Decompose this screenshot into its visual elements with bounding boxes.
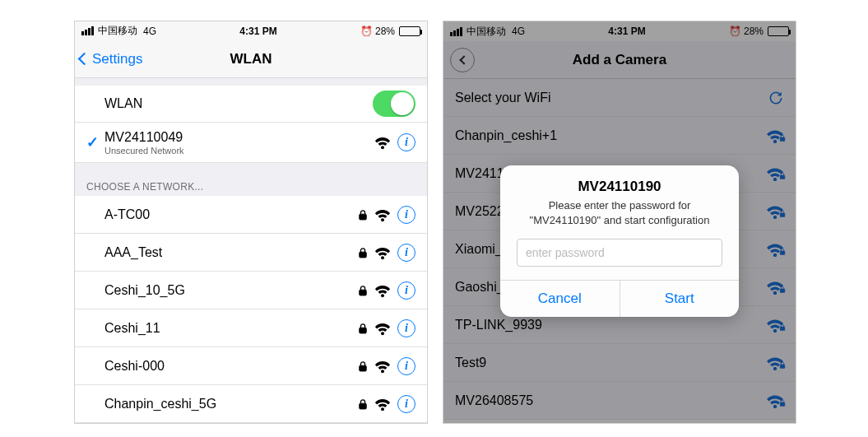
alarm-icon: ⏰: [360, 26, 373, 37]
info-icon[interactable]: i: [397, 319, 415, 337]
network-row[interactable]: AAA_Testi: [75, 234, 427, 272]
cancel-button[interactable]: Cancel: [500, 281, 620, 317]
lock-icon: [358, 360, 368, 372]
back-label: Settings: [92, 51, 142, 67]
lock-icon: [358, 209, 368, 221]
info-icon[interactable]: i: [397, 206, 415, 224]
modal-message: Please enter the password for "MV2411019…: [500, 198, 739, 239]
wifi-icon: [374, 245, 391, 260]
wifi-icon: [374, 359, 391, 374]
screen-wlan-settings: 中国移动 4G 4:31 PM ⏰ 28% Settings WLAN WLAN: [74, 21, 428, 424]
network-ssid-label: Ceshi-000: [104, 359, 358, 374]
screen-add-camera: 中国移动 4G 4:31 PM ⏰ 28% Add a Camera Selec…: [443, 21, 796, 424]
modal-title: MV24110190: [500, 165, 739, 198]
clock-label: 4:31 PM: [239, 26, 276, 37]
connected-subtitle: Unsecured Network: [104, 146, 374, 156]
wifi-icon: [374, 397, 391, 411]
signal-icon: [81, 26, 94, 35]
network-row[interactable]: A-TC00i: [75, 196, 427, 234]
info-icon[interactable]: i: [397, 357, 415, 375]
network-ssid-label: AAA_Test: [104, 245, 358, 260]
network-row[interactable]: Chanpin_ceshi_5Gi: [75, 385, 427, 423]
checkmark-icon: ✓: [86, 133, 104, 151]
battery-icon: [399, 26, 420, 36]
network-ssid-label: Ceshi_10_5G: [104, 283, 358, 298]
connected-ssid-label: MV24110049: [104, 130, 374, 145]
wifi-icon: [374, 207, 391, 222]
info-icon[interactable]: i: [397, 281, 415, 300]
connected-network-row[interactable]: ✓ MV24110049 Unsecured Network i: [75, 123, 427, 163]
network-ssid-label: Chanpin_ceshi_5G: [104, 397, 358, 411]
network-list: A-TC00iAAA_TestiCeshi_10_5GiCeshi_11iCes…: [75, 196, 427, 423]
lock-icon: [358, 323, 368, 334]
back-to-settings-button[interactable]: Settings: [80, 41, 142, 77]
wlan-row-label: WLAN: [104, 96, 373, 111]
wlan-toggle[interactable]: [373, 91, 415, 117]
choose-network-header: CHOOSE A NETWORK...: [75, 163, 427, 196]
lock-icon: [358, 285, 368, 296]
password-modal: MV24110190 Please enter the password for…: [500, 165, 739, 317]
wifi-icon: [374, 283, 391, 298]
status-bar: 中国移动 4G 4:31 PM ⏰ 28%: [75, 21, 427, 41]
network-row[interactable]: Ceshi_11i: [75, 309, 427, 347]
page-title: WLAN: [230, 51, 272, 67]
carrier-label: 中国移动: [98, 24, 137, 38]
network-row[interactable]: Ceshi_10_5Gi: [75, 272, 427, 309]
lock-icon: [358, 398, 368, 410]
wlan-toggle-row: WLAN: [75, 86, 427, 123]
wifi-icon: [374, 135, 391, 150]
info-icon[interactable]: i: [397, 133, 415, 151]
network-ssid-label: A-TC00: [104, 207, 358, 222]
password-input[interactable]: [517, 239, 722, 267]
network-row[interactable]: Ceshi-000i: [75, 347, 427, 385]
nav-header: Settings WLAN: [75, 41, 427, 78]
chevron-left-icon: [78, 53, 91, 66]
battery-pct-label: 28%: [375, 26, 395, 37]
info-icon[interactable]: i: [397, 395, 415, 413]
lock-icon: [358, 247, 368, 258]
wifi-icon: [374, 321, 391, 336]
network-ssid-label: Ceshi_11: [104, 321, 358, 336]
start-button[interactable]: Start: [620, 281, 740, 317]
network-type-label: 4G: [143, 26, 156, 37]
info-icon[interactable]: i: [397, 244, 415, 262]
